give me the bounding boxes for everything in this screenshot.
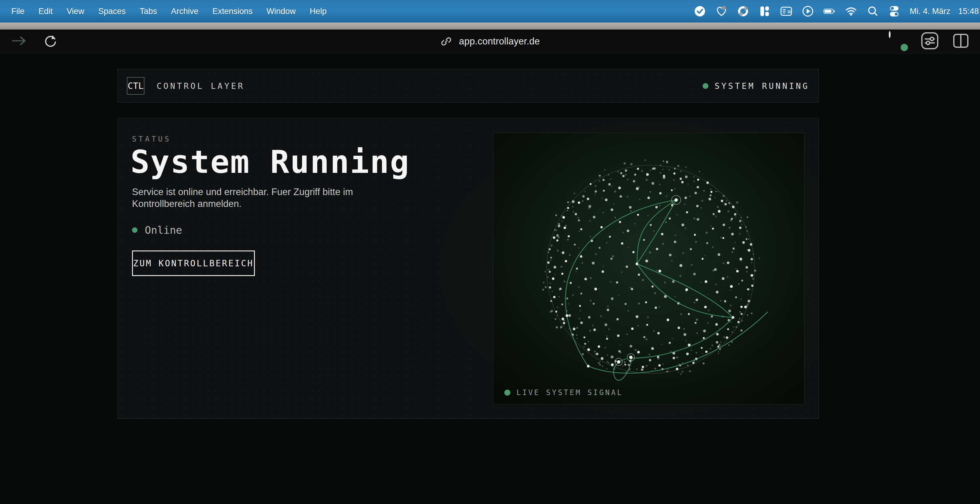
menu-item-tabs[interactable]: Tabs <box>133 0 164 22</box>
avatar-status-dot <box>900 43 909 52</box>
system-status-badge: SYSTEM RUNNING <box>703 81 809 91</box>
status-dot <box>703 83 708 89</box>
logo-text: CTL <box>128 81 143 91</box>
clock-date: Mi. 4. März <box>910 7 950 16</box>
page-title: System Running <box>130 144 410 180</box>
menu-item-edit[interactable]: Edit <box>32 0 60 22</box>
menu-item-extensions[interactable]: Extensions <box>205 0 259 22</box>
forward-arrow-icon <box>11 34 28 48</box>
site-logo: CTL <box>127 77 145 95</box>
menu-item-spaces[interactable]: Spaces <box>91 0 133 22</box>
link-icon <box>440 35 452 48</box>
checkmark-circle-icon[interactable] <box>694 5 706 18</box>
forward-button[interactable] <box>11 34 28 49</box>
signal-panel: LIVE SYSTEM SIGNAL <box>493 133 805 405</box>
signal-dot <box>504 389 511 396</box>
menubar-menus: File Edit View Spaces Tabs Archive Exten… <box>0 0 334 22</box>
page-content: CTL CONTROL LAYER SYSTEM RUNNING STATUS … <box>0 54 980 504</box>
play-circle-icon[interactable] <box>802 5 814 18</box>
url-text: app.controllayer.de <box>459 36 540 47</box>
signal-caption: LIVE SYSTEM SIGNAL <box>504 388 623 397</box>
keyboard-shortcuts-icon[interactable]: ⌘ <box>780 5 792 18</box>
wifi-icon[interactable] <box>845 5 857 18</box>
menu-item-archive[interactable]: Archive <box>164 0 205 22</box>
split-view-button[interactable] <box>952 32 970 51</box>
status-text: SYSTEM RUNNING <box>714 81 809 91</box>
link-loop-icon[interactable] <box>737 5 749 18</box>
brand-name: CONTROL LAYER <box>157 81 245 91</box>
split-view-icon <box>952 32 970 49</box>
reload-button[interactable] <box>43 33 59 50</box>
spotlight-search-icon[interactable] <box>867 5 879 18</box>
page-description: Service ist online und erreichbar. Fuer … <box>132 186 366 210</box>
window-tiles-icon[interactable] <box>759 5 771 18</box>
battery-icon[interactable] <box>823 5 835 18</box>
status-label: STATUS <box>132 135 171 144</box>
signal-label: LIVE SYSTEM SIGNAL <box>517 388 623 397</box>
avatar-image <box>889 31 891 38</box>
menu-item-help[interactable]: Help <box>303 0 334 22</box>
control-center-icon[interactable] <box>888 5 900 18</box>
window-top-strip <box>0 22 980 30</box>
online-indicator: Online <box>132 224 182 236</box>
clock-time: 15:48 <box>958 7 979 16</box>
sphere-visualization <box>493 133 805 405</box>
main-card: STATUS System Running Service ist online… <box>118 118 819 419</box>
sliders-icon <box>920 31 939 50</box>
site-settings-button[interactable] <box>920 31 939 51</box>
profile-avatar[interactable] <box>889 32 908 51</box>
menu-item-window[interactable]: Window <box>259 0 303 22</box>
menubar-status-area: ⌘ Mi. 4. März 15:48 <box>694 5 980 18</box>
site-header: CTL CONTROL LAYER SYSTEM RUNNING <box>118 69 819 102</box>
reload-icon <box>43 33 59 49</box>
online-label: Online <box>145 224 182 236</box>
menu-item-file[interactable]: File <box>4 0 32 22</box>
heart-icon[interactable] <box>715 5 727 18</box>
svg-text:⌘: ⌘ <box>787 10 791 14</box>
menubar-clock[interactable]: Mi. 4. März 15:48 <box>910 7 979 16</box>
browser-toolbar: app.controllayer.de <box>0 30 980 54</box>
online-dot <box>132 227 137 233</box>
menu-item-view[interactable]: View <box>60 0 91 22</box>
menubar: File Edit View Spaces Tabs Archive Exten… <box>0 0 980 22</box>
address-bar[interactable]: app.controllayer.de <box>440 35 540 48</box>
cta-button[interactable]: ZUM KONTROLLBEREICH <box>132 250 255 276</box>
